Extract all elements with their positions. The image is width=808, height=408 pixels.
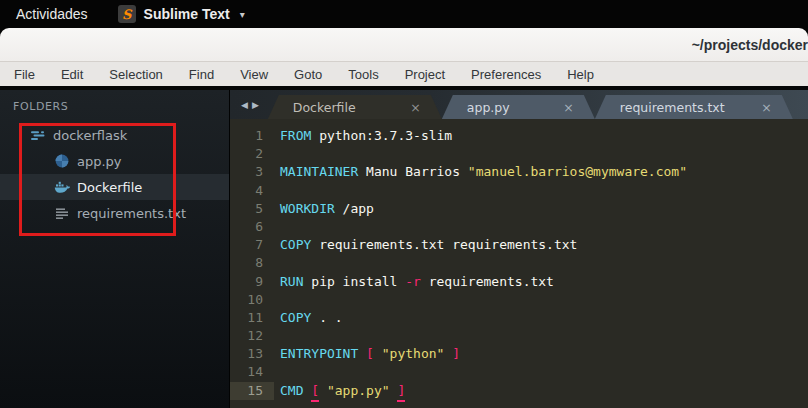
menu-view[interactable]: View — [227, 62, 281, 86]
gnome-top-bar: Actividades S Sublime Text ▾ — [0, 0, 808, 28]
tab-label: Dockerfile — [293, 100, 356, 115]
sidebar-item-label: dockerflask — [53, 128, 127, 143]
sidebar-item-requirements-txt[interactable]: requirements.txt — [0, 200, 229, 226]
window-title-bar: ~/projects/docker — [0, 28, 808, 62]
code-line-5: 5WORKDIR /app — [230, 200, 808, 218]
activities-button[interactable]: Actividades — [12, 4, 92, 24]
line-number: 10 — [230, 291, 274, 309]
line-number: 7 — [230, 236, 274, 254]
code-line-content: FROM python:3.7.3-slim — [274, 127, 452, 145]
code-line-1: 1FROM python:3.7.3-slim — [230, 127, 808, 145]
menu-edit[interactable]: Edit — [48, 62, 96, 86]
line-number: 9 — [230, 273, 274, 291]
line-number: 5 — [230, 200, 274, 218]
python-icon — [53, 154, 70, 168]
code-line-2: 2 — [230, 145, 808, 163]
close-icon[interactable]: × — [761, 100, 771, 115]
tab-requirements-txt[interactable]: requirements.txt× — [595, 95, 793, 119]
code-line-9: 9RUN pip install -r requirements.txt — [230, 273, 808, 291]
tab-app-py[interactable]: app.py× — [442, 95, 595, 119]
line-number: 15 — [230, 382, 274, 400]
sidebar-item-app-py[interactable]: app.py — [0, 148, 229, 174]
code-line-content: CMD [ "app.py" ] — [274, 382, 405, 400]
tab-scroll-right-icon[interactable]: ▶ — [252, 100, 259, 110]
menu-bar: FileEditSelectionFindViewGotoToolsProjec… — [0, 62, 808, 86]
line-number: 14 — [230, 363, 274, 381]
sidebar-item-dockerfile[interactable]: Dockerfile — [0, 174, 229, 200]
sublime-text-icon: S — [118, 5, 136, 23]
line-number: 3 — [230, 163, 274, 181]
line-number: 11 — [230, 309, 274, 327]
code-line-content: RUN pip install -r requirements.txt — [274, 273, 554, 291]
window-content: FOLDERS dockerflaskapp.pyDockerfilerequi… — [0, 90, 808, 408]
code-line-content — [274, 327, 280, 345]
sidebar-item-label: requirements.txt — [77, 206, 186, 221]
code-line-content — [274, 291, 280, 309]
close-icon[interactable]: × — [410, 100, 420, 115]
code-line-8: 8 — [230, 254, 808, 272]
line-number: 8 — [230, 254, 274, 272]
code-line-4: 4 — [230, 182, 808, 200]
code-line-content: COPY requirements.txt requirements.txt — [274, 236, 577, 254]
menu-find[interactable]: Find — [176, 62, 227, 86]
sidebar-item-label: app.py — [77, 154, 122, 169]
tab-scroll-left-icon[interactable]: ◀ — [241, 100, 248, 110]
code-line-content: COPY . . — [274, 309, 343, 327]
code-line-content — [274, 254, 280, 272]
editor-pane: ◀ ▶ Dockerfile×app.py×requirements.txt× … — [230, 90, 808, 408]
app-menu-button[interactable]: S Sublime Text ▾ — [118, 5, 245, 23]
menu-preferences[interactable]: Preferences — [458, 62, 554, 86]
code-line-content — [274, 363, 280, 381]
menu-selection[interactable]: Selection — [96, 62, 175, 86]
sidebar-item-label: Dockerfile — [77, 180, 142, 195]
line-number: 2 — [230, 145, 274, 163]
close-icon[interactable]: × — [563, 100, 573, 115]
code-line-content: WORKDIR /app — [274, 200, 374, 218]
tab-bar: ◀ ▶ Dockerfile×app.py×requirements.txt× — [230, 90, 808, 119]
code-editor[interactable]: 1FROM python:3.7.3-slim23MAINTAINER Manu… — [230, 119, 808, 408]
sidebar: FOLDERS dockerflaskapp.pyDockerfilerequi… — [0, 90, 229, 408]
tab-label: app.py — [467, 100, 510, 115]
app-menu-label: Sublime Text — [144, 6, 230, 22]
code-line-10: 10 — [230, 291, 808, 309]
tab-label: requirements.txt — [620, 100, 725, 115]
code-line-7: 7COPY requirements.txt requirements.txt — [230, 236, 808, 254]
tab-dockerfile[interactable]: Dockerfile× — [268, 95, 442, 119]
code-line-12: 12 — [230, 327, 808, 345]
code-line-content — [274, 145, 280, 163]
line-number: 12 — [230, 327, 274, 345]
code-line-6: 6 — [230, 218, 808, 236]
code-line-content — [274, 182, 280, 200]
tab-scroll-arrows: ◀ ▶ — [230, 90, 268, 119]
code-line-content: MAINTAINER Manu Barrios "manuel.barrios@… — [274, 163, 687, 181]
code-line-content — [274, 218, 280, 236]
menu-project[interactable]: Project — [392, 62, 458, 86]
folder-open-icon — [29, 129, 46, 142]
text-file-icon — [53, 207, 70, 220]
menu-goto[interactable]: Goto — [281, 62, 335, 86]
code-line-content: ENTRYPOINT [ "python" ] — [274, 345, 460, 363]
code-line-13: 13ENTRYPOINT [ "python" ] — [230, 345, 808, 363]
window-title: ~/projects/docker — [692, 37, 808, 53]
code-line-3: 3MAINTAINER Manu Barrios "manuel.barrios… — [230, 163, 808, 181]
line-number: 1 — [230, 127, 274, 145]
file-tree: dockerflaskapp.pyDockerfilerequirements.… — [0, 122, 229, 226]
line-number: 13 — [230, 345, 274, 363]
folders-section-header: FOLDERS — [13, 100, 229, 113]
code-line-15: 15CMD [ "app.py" ] — [230, 382, 808, 400]
line-number: 6 — [230, 218, 274, 236]
docker-icon — [53, 181, 70, 194]
sidebar-item-dockerflask[interactable]: dockerflask — [0, 122, 229, 148]
line-number: 4 — [230, 182, 274, 200]
chevron-down-icon: ▾ — [240, 9, 245, 20]
menu-file[interactable]: File — [1, 62, 48, 86]
code-line-14: 14 — [230, 363, 808, 381]
menu-help[interactable]: Help — [554, 62, 607, 86]
code-line-11: 11COPY . . — [230, 309, 808, 327]
menu-tools[interactable]: Tools — [335, 62, 391, 86]
